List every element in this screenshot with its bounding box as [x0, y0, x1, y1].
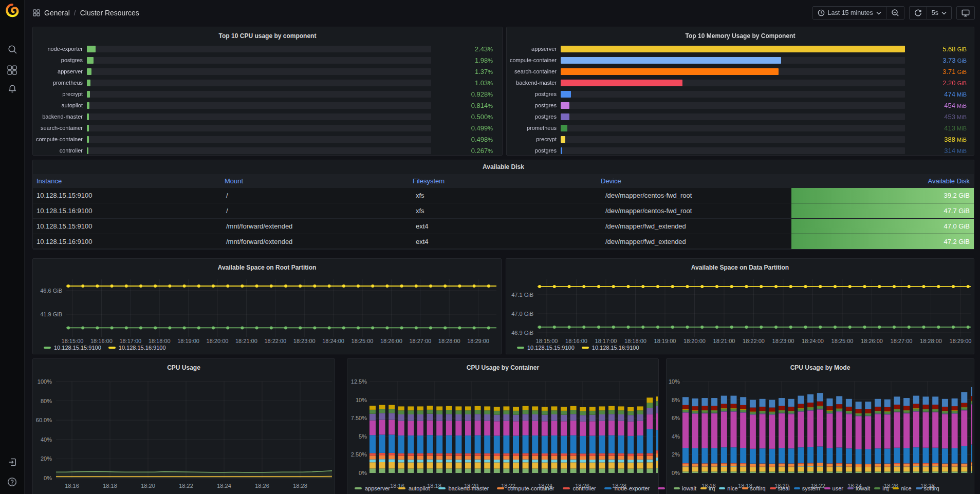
legend-item[interactable]: controller	[563, 485, 596, 491]
chevron-down-icon	[941, 11, 947, 15]
alerting-bell-icon[interactable]	[0, 80, 24, 98]
table-column-header[interactable]: Instance	[33, 174, 221, 188]
stacked-bar-chart: 18:1618:1818:2018:2218:2418:2618:2810%8%…	[667, 359, 974, 494]
legend-color-dash	[719, 487, 725, 489]
legend-item[interactable]: 10.128.15.16:9100	[582, 345, 639, 351]
legend-label: irq	[709, 485, 715, 491]
grafana-logo[interactable]	[5, 3, 20, 17]
gauge-row: postgres474 MiB	[507, 88, 967, 100]
panel-available-space-data: Available Space on Data Partition 18:15:…	[506, 258, 974, 354]
nav-controls: Last 15 minutes 5s	[812, 6, 975, 20]
dashboards-icon[interactable]	[0, 61, 24, 79]
legend-color-dash	[398, 487, 405, 489]
kiosk-mode-button[interactable]	[956, 6, 975, 20]
gauge-track	[87, 57, 431, 64]
help-icon[interactable]	[0, 473, 24, 490]
gauge-bar	[87, 147, 88, 154]
table-row: 10.128.15.15:9100/mnt/forward/extendedex…	[33, 219, 974, 234]
gauge-label: search-container	[507, 68, 557, 74]
gauge-label: postgres	[507, 113, 557, 120]
chart-legend: 10.128.15.15:910010.128.15.16:9100	[44, 345, 173, 351]
legend-label: iowait	[856, 485, 870, 491]
gauge-row: appserver5.68 GiB	[507, 43, 967, 54]
svg-text:18:20:00: 18:20:00	[207, 338, 229, 344]
svg-text:41.9 GiB: 41.9 GiB	[40, 311, 62, 317]
gauge-track	[561, 136, 905, 143]
dashboard-grid-icon[interactable]	[33, 9, 40, 16]
gauge-bar	[561, 68, 779, 75]
legend-item[interactable]: 10.128.15.15:9100	[44, 345, 101, 351]
time-series-chart: 18:1618:1818:2018:2218:2418:2618:28100%8…	[33, 359, 335, 494]
legend-item[interactable]: system	[794, 485, 820, 491]
svg-text:47.1 GiB: 47.1 GiB	[511, 292, 533, 298]
legend-label: 10.128.15.16:9100	[119, 345, 166, 351]
gauge-value: 1.98%	[435, 56, 493, 64]
legend-item[interactable]: backend-master	[438, 485, 489, 491]
legend-item[interactable]: node-exporter	[604, 485, 650, 491]
zoom-out-button[interactable]	[886, 6, 904, 20]
svg-text:6%: 6%	[672, 415, 680, 421]
table-cell: /dev/mapper/fwd_extended	[602, 219, 791, 234]
gauge-label: backend-master	[507, 80, 557, 86]
gauge-track	[561, 80, 905, 86]
gauge-track	[87, 125, 431, 131]
gauge-bar	[87, 136, 89, 143]
svg-text:18:22:00: 18:22:00	[743, 338, 765, 344]
legend-color-dash	[604, 487, 612, 489]
legend-item[interactable]: nice	[893, 485, 911, 491]
legend-label: user	[833, 485, 843, 491]
gauge-row: search-container3.71 GiB	[507, 66, 967, 77]
legend-item[interactable]: autopilot	[398, 485, 430, 491]
table-column-header[interactable]: Mount	[221, 174, 409, 188]
refresh-interval-picker[interactable]: 5s	[927, 6, 952, 20]
table-row: 10.128.15.15:9100/xfs/dev/mapper/centos-…	[33, 188, 974, 203]
gauge-value: 3.71 GiB	[909, 68, 967, 75]
gauge-value: 413 MiB	[909, 124, 967, 132]
legend-item[interactable]: 10.128.15.15:9100	[517, 345, 575, 351]
legend-item[interactable]: 10.128.15.16:9100	[108, 345, 166, 351]
time-range-picker[interactable]: Last 15 minutes	[812, 6, 886, 20]
gauge-row: precrypt0.928%	[33, 88, 493, 100]
table-cell-available-disk: 47.0 GiB	[791, 219, 974, 234]
legend-item[interactable]: iowait	[674, 485, 696, 491]
legend-item[interactable]: nice	[719, 485, 737, 491]
gauge-row: postgres454 MiB	[507, 100, 967, 111]
legend-item[interactable]: iowait	[847, 485, 870, 491]
table-column-header[interactable]: Device	[597, 174, 785, 188]
panel-title[interactable]: Top 10 Memory Usage by Component	[507, 27, 974, 45]
refresh-button[interactable]	[909, 6, 927, 20]
legend-item[interactable]: appserver	[355, 485, 390, 491]
svg-text:18:28:00: 18:28:00	[920, 338, 942, 344]
table-cell: xfs	[412, 188, 602, 203]
chart-legend: iowaitirqnicesoftirqstealsystemuseriowai…	[674, 485, 944, 491]
breadcrumb-section[interactable]: General	[44, 9, 70, 17]
table-cell-available-disk: 47.7 GiB	[791, 203, 974, 218]
table-cell: /	[223, 203, 412, 218]
sign-in-icon[interactable]	[0, 453, 24, 471]
table-cell: /dev/mapper/centos-fwd_root	[602, 203, 791, 218]
legend-item[interactable]: softirq	[916, 485, 939, 491]
gauge-value: 454 MiB	[909, 102, 967, 109]
gauge-bar	[87, 57, 94, 64]
legend-label: softirq	[924, 485, 939, 491]
legend-item[interactable]: steal	[770, 485, 790, 491]
legend-item[interactable]: irq	[874, 485, 889, 491]
legend-label: nice	[727, 485, 737, 491]
legend-color-dash	[44, 347, 51, 349]
table-column-header[interactable]: Filesystem	[409, 174, 597, 188]
legend-item[interactable]: user	[824, 485, 843, 491]
legend-item[interactable]: compute-container	[497, 485, 554, 491]
table-column-header[interactable]: Available Disk	[785, 174, 974, 188]
legend-item[interactable]: irq	[700, 485, 715, 491]
svg-text:20%: 20%	[41, 455, 52, 462]
legend-color-dash	[658, 487, 665, 489]
panel-title[interactable]: Top 10 CPU usage by component	[33, 27, 502, 45]
gauge-label: node-exporter	[33, 46, 83, 52]
legend-color-dash	[893, 487, 899, 489]
gauge-value: 5.68 GiB	[909, 45, 967, 53]
svg-text:18:28: 18:28	[293, 483, 307, 489]
legend-item[interactable]: softirq	[742, 485, 766, 491]
svg-text:18:20: 18:20	[141, 483, 155, 489]
search-icon[interactable]	[0, 41, 24, 58]
panel-title[interactable]: Available Disk	[33, 160, 974, 174]
